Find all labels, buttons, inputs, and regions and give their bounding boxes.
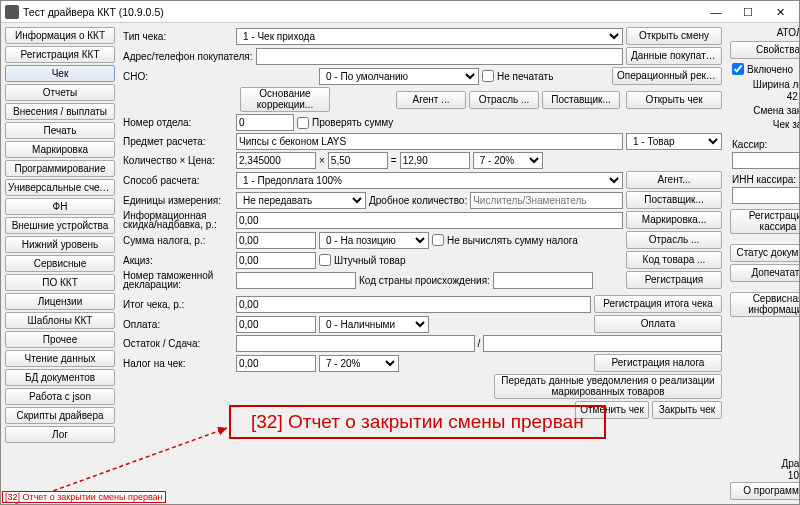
label-ostatok: Остаток / Сдача:	[123, 338, 233, 349]
select-ed[interactable]: Не передавать	[236, 192, 366, 209]
btn-agent[interactable]: Агент...	[626, 171, 722, 189]
input-kod-strany[interactable]	[493, 272, 593, 289]
nav-универсальные-счетчики[interactable]: Универсальные счетчики	[5, 179, 115, 196]
btn-svoistva[interactable]: Свойства	[730, 41, 799, 59]
nav-panel: Информация о ККТРегистрация ККТЧекОтчеты…	[3, 25, 117, 502]
nav-маркировка[interactable]: Маркировка	[5, 141, 115, 158]
input-drob[interactable]	[470, 192, 623, 209]
input-price[interactable]	[328, 152, 388, 169]
btn-about[interactable]: О программе...	[730, 482, 799, 500]
window-title: Тест драйвера ККТ (10.9.0.5)	[23, 6, 701, 18]
label-summa-naloga: Сумма налога, р.:	[123, 235, 233, 246]
nav-сервисные[interactable]: Сервисные	[5, 255, 115, 272]
nav-регистрация-ккт[interactable]: Регистрация ККТ	[5, 46, 115, 63]
btn-osnovanie[interactable]: Основание коррекции...	[240, 87, 330, 112]
input-kassir[interactable]	[732, 152, 799, 169]
btn-oper-rekvizit[interactable]: Операционный реквизит ...	[612, 67, 722, 85]
label-infoskidka: Информационная скидка/надбавка, р.:	[123, 211, 233, 229]
select-tip-cheka[interactable]: 1 - Чек прихода	[236, 28, 623, 45]
select-nalog-chek-rate[interactable]: 7 - 20%	[319, 355, 399, 372]
btn-postav[interactable]: Поставщик...	[626, 191, 722, 209]
shirina-info: Ширина ленты: 42 (384)	[730, 79, 799, 103]
input-akciz[interactable]	[236, 252, 316, 269]
btn-otrasl[interactable]: Отрасль ...	[626, 231, 722, 249]
btn-peredat[interactable]: Передать данные уведомления о реализации…	[494, 374, 722, 399]
input-itog[interactable]	[236, 296, 591, 313]
btn-otkryt-chek[interactable]: Открыть чек	[626, 91, 722, 109]
nav-чек[interactable]: Чек	[5, 65, 115, 82]
input-sum[interactable]	[400, 152, 470, 169]
label-nomer-tam: Номер таможенной декларации:	[123, 271, 233, 289]
close-button[interactable]: ✕	[765, 3, 795, 21]
error-callout: [32] Отчет о закрытии смены прерван	[229, 405, 606, 439]
chk-shtuch[interactable]: Штучный товар	[319, 254, 406, 266]
label-kassir: Кассир:	[730, 139, 799, 150]
btn-otrasl-top[interactable]: Отрасль ...	[469, 91, 539, 109]
btn-markirovka[interactable]: Маркировка...	[626, 211, 722, 229]
input-qty[interactable]	[236, 152, 316, 169]
nav-работа-с-json[interactable]: Работа с json	[5, 388, 115, 405]
btn-oplata[interactable]: Оплата	[594, 315, 722, 333]
nav-программирование[interactable]: Программирование	[5, 160, 115, 177]
nav-печать[interactable]: Печать	[5, 122, 115, 139]
select-predmet-type[interactable]: 1 - Товар	[626, 133, 722, 150]
nav-внешние-устройства[interactable]: Внешние устройства	[5, 217, 115, 234]
nav-шаблоны-ккт[interactable]: Шаблоны ККТ	[5, 312, 115, 329]
input-nomer-tam[interactable]	[236, 272, 356, 289]
btn-kod-tovara[interactable]: Код товара ...	[626, 251, 722, 269]
select-oplata-mode[interactable]: 0 - Наличными	[319, 316, 429, 333]
input-ostatok-l[interactable]	[236, 335, 475, 352]
nav-скрипты-драйвера[interactable]: Скрипты драйвера	[5, 407, 115, 424]
label-itog: Итог чека, р.:	[123, 299, 233, 310]
input-predmet[interactable]	[236, 133, 623, 150]
btn-reg-kassira[interactable]: Регистрация кассира	[730, 209, 799, 234]
chk-vklyucheno[interactable]: Включено	[730, 61, 799, 77]
nav-лицензии[interactable]: Лицензии	[5, 293, 115, 310]
label-kolcena: Количество × Цена:	[123, 155, 233, 166]
select-tax-rate[interactable]: 7 - 20%	[473, 152, 543, 169]
label-akciz: Акциз:	[123, 255, 233, 266]
maximize-button[interactable]: ☐	[733, 3, 763, 21]
btn-dannye-pokup[interactable]: Данные покупателя...	[626, 47, 722, 65]
btn-agent-top[interactable]: Агент ...	[396, 91, 466, 109]
nav-прочее[interactable]: Прочее	[5, 331, 115, 348]
btn-postav-top[interactable]: Поставщик...	[542, 91, 620, 109]
minimize-button[interactable]: —	[701, 3, 731, 21]
label-inn: ИНН кассира:	[730, 174, 799, 185]
input-inn[interactable]	[732, 187, 799, 204]
nav-внесения-выплаты[interactable]: Внесения / выплаты	[5, 103, 115, 120]
label-ed: Единицы измерения:	[123, 195, 233, 206]
nav-чтение-данных[interactable]: Чтение данных	[5, 350, 115, 367]
app-icon	[5, 5, 19, 19]
nav-бд-документов[interactable]: БД документов	[5, 369, 115, 386]
chk-proveryat[interactable]: Проверять сумму	[297, 117, 393, 129]
btn-otkryt-smenu[interactable]: Открыть смену	[626, 27, 722, 45]
btn-serv-info[interactable]: Сервисная информация	[730, 292, 799, 317]
input-infoskidka[interactable]	[236, 212, 623, 229]
btn-zakryt-chek[interactable]: Закрыть чек	[652, 401, 722, 419]
btn-reg-naloga[interactable]: Регистрация налога	[594, 354, 722, 372]
nav-по-ккт[interactable]: ПО ККТ	[5, 274, 115, 291]
btn-status-dok[interactable]: Статус документа	[730, 244, 799, 262]
input-nomer-otdela[interactable]	[236, 114, 294, 131]
btn-reg-itoga[interactable]: Регистрация итога чека	[594, 295, 722, 313]
input-ostatok-r[interactable]	[483, 335, 722, 352]
label-drob: Дробное количество:	[369, 195, 467, 206]
nav-информация-о-ккт[interactable]: Информация о ККТ	[5, 27, 115, 44]
select-sposob[interactable]: 1 - Предоплата 100%	[236, 172, 623, 189]
nav-лог[interactable]: Лог	[5, 426, 115, 443]
input-oplata[interactable]	[236, 316, 316, 333]
nav-нижний-уровень[interactable]: Нижний уровень	[5, 236, 115, 253]
input-summa-naloga[interactable]	[236, 232, 316, 249]
input-nalog-chek[interactable]	[236, 355, 316, 372]
right-panel: АТОЛ 92Ф Свойства Включено Ширина ленты:…	[728, 25, 799, 502]
nav-фн[interactable]: ФН	[5, 198, 115, 215]
chk-ne-pechatat[interactable]: Не печатать	[482, 70, 553, 82]
select-nalog-mode[interactable]: 0 - На позицию	[319, 232, 429, 249]
nav-отчеты[interactable]: Отчеты	[5, 84, 115, 101]
btn-registraciya[interactable]: Регистрация	[626, 271, 722, 289]
btn-dopechatat[interactable]: Допечатать	[730, 264, 799, 282]
chk-ne-vych[interactable]: Не вычислять сумму налога	[432, 234, 578, 246]
select-sno[interactable]: 0 - По умолчанию	[319, 68, 479, 85]
input-adres[interactable]	[256, 48, 623, 65]
